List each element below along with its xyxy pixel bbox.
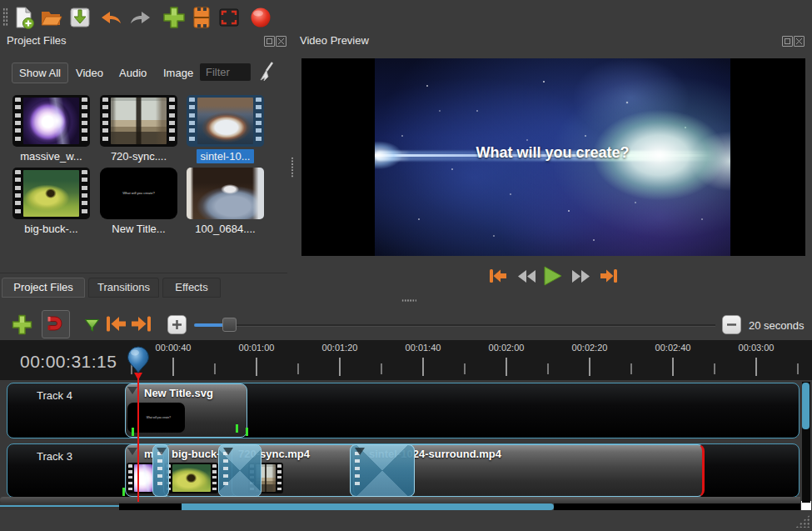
file-item-720-sync[interactable]: 720-sync....	[100, 95, 177, 163]
fast-forward-button[interactable]	[571, 269, 590, 287]
window-resize-grip[interactable]	[795, 514, 810, 528]
transition-chevron-icon[interactable]	[222, 446, 235, 457]
open-project-icon	[40, 6, 63, 29]
v-scrollbar-thumb[interactable]	[802, 383, 810, 429]
file-item-100-0684[interactable]: 100_0684....	[187, 168, 264, 235]
ruler-time-label: 00:01:20	[322, 343, 358, 353]
new-project-button[interactable]	[12, 6, 35, 29]
ruler-tick-major	[172, 358, 174, 376]
redo-button[interactable]	[128, 6, 152, 29]
h-scrollbar-track[interactable]	[554, 503, 800, 510]
snapping-toggle-button[interactable]	[42, 310, 70, 338]
file-item-sintel[interactable]: sintel-10...	[187, 95, 264, 163]
h-scrollbar-thumb[interactable]	[182, 503, 554, 510]
zoom-in-button[interactable]	[167, 315, 187, 334]
previous-marker-button[interactable]	[105, 314, 127, 337]
ruler-tick-major	[422, 358, 424, 376]
fast-forward-icon	[571, 269, 590, 283]
ruler-tick-major	[755, 358, 757, 376]
next-marker-button[interactable]	[130, 314, 152, 337]
filter-tab-show-all[interactable]: Show All	[12, 63, 68, 83]
ruler-tick-major	[589, 358, 590, 376]
save-project-icon	[68, 6, 92, 29]
file-item-big-buck[interactable]: big-buck-...	[12, 168, 90, 235]
filter-tab-audio[interactable]: Audio	[119, 67, 147, 79]
clip-label: big-buck-	[172, 448, 221, 460]
next-marker-icon	[130, 314, 152, 333]
video-preview-close-button[interactable]	[794, 36, 805, 47]
playhead-marker[interactable]	[126, 346, 151, 374]
play-button[interactable]	[541, 265, 563, 290]
add-track-button[interactable]	[11, 313, 33, 339]
zoom-out-button[interactable]	[722, 315, 741, 334]
jump-start-icon	[488, 267, 508, 285]
ruler-time-label: 00:01:40	[406, 343, 441, 353]
ruler-time-label: 00:00:40	[156, 343, 192, 353]
clip-handle-mark	[246, 428, 248, 436]
add-track-icon	[11, 313, 33, 336]
video-frame-text: What will you create?	[375, 144, 730, 162]
ruler-time-label: 00:02:40	[655, 343, 691, 353]
project-files-panel-title: Project Files	[7, 34, 67, 47]
razor-tool-button[interactable]	[82, 317, 102, 337]
open-project-button[interactable]	[40, 6, 63, 29]
clear-filter-icon[interactable]	[257, 61, 276, 86]
jump-end-button[interactable]	[599, 267, 619, 288]
track-3-label: Track 3	[37, 450, 72, 463]
filter-input[interactable]: Filter	[200, 63, 251, 81]
zoom-slider-fill	[194, 323, 224, 327]
undo-button[interactable]	[100, 6, 123, 29]
jump-start-button[interactable]	[488, 267, 508, 288]
title-thumb-text: What will you create?	[122, 192, 157, 196]
filter-tab-video[interactable]: Video	[76, 67, 103, 79]
rewind-button[interactable]	[517, 269, 536, 287]
track-4-label: Track 4	[37, 389, 72, 402]
filter-tab-image[interactable]: Image	[163, 67, 193, 79]
timeline-ruler[interactable]: 00:00:31:15 00:00:4000:01:0000:01:2000:0…	[0, 340, 812, 380]
export-video-button[interactable]	[249, 6, 272, 29]
file-thumbnail	[23, 98, 79, 144]
file-label: 100_0684....	[187, 223, 264, 235]
ruler-tick-minor	[630, 363, 632, 374]
transition-chevron-icon[interactable]	[155, 446, 168, 457]
ruler-time-label: 00:03:00	[739, 343, 775, 353]
file-item-massive[interactable]: massive_w...	[12, 95, 90, 163]
play-icon	[541, 265, 563, 287]
tab-effects[interactable]: Effects	[162, 278, 221, 298]
preview-splitter-handle[interactable]	[401, 299, 416, 302]
clip-handle-mark	[132, 428, 134, 436]
ruler-scale: 00:00:4000:01:0000:01:2000:01:4000:02:00…	[0, 340, 812, 380]
tab-project-files[interactable]: Project Files	[2, 278, 85, 298]
clip-label: New Title.svg	[144, 387, 213, 399]
file-thumbnail	[187, 168, 264, 219]
save-project-button[interactable]	[68, 6, 92, 29]
file-list-divider	[0, 273, 287, 273]
transition-chevron-icon[interactable]	[353, 446, 366, 457]
file-label: big-buck-...	[12, 223, 90, 235]
toolbar-drag-handle[interactable]	[2, 8, 8, 26]
clip-handle-mark	[122, 488, 125, 496]
ruler-tick-major	[672, 358, 674, 376]
video-preview-area: What will you create?	[301, 58, 805, 256]
choose-profile-button[interactable]	[191, 6, 214, 29]
file-thumbnail	[23, 170, 79, 217]
fullscreen-icon	[217, 6, 241, 29]
ruler-tick-major	[506, 358, 507, 376]
fullscreen-button[interactable]	[217, 6, 241, 29]
rewind-icon	[517, 269, 536, 283]
file-label: 720-sync....	[100, 150, 177, 163]
video-frame: What will you create?	[375, 58, 730, 256]
project-files-float-button[interactable]	[264, 36, 275, 47]
import-files-button[interactable]	[162, 5, 185, 28]
zoom-slider-handle[interactable]	[222, 318, 237, 332]
file-item-new-title[interactable]: What will you create? New Title...	[100, 168, 177, 235]
ruler-tick-minor	[797, 363, 799, 374]
project-files-close-button[interactable]	[276, 36, 286, 47]
tab-transitions[interactable]: Transitions	[88, 278, 159, 298]
ruler-tick-minor	[381, 363, 382, 374]
h-scrollbar-track[interactable]	[119, 503, 182, 510]
panel-splitter-handle[interactable]	[291, 157, 294, 178]
razor-icon	[82, 317, 102, 333]
zoom-slider-track[interactable]	[194, 324, 715, 327]
video-preview-float-button[interactable]	[782, 36, 793, 47]
